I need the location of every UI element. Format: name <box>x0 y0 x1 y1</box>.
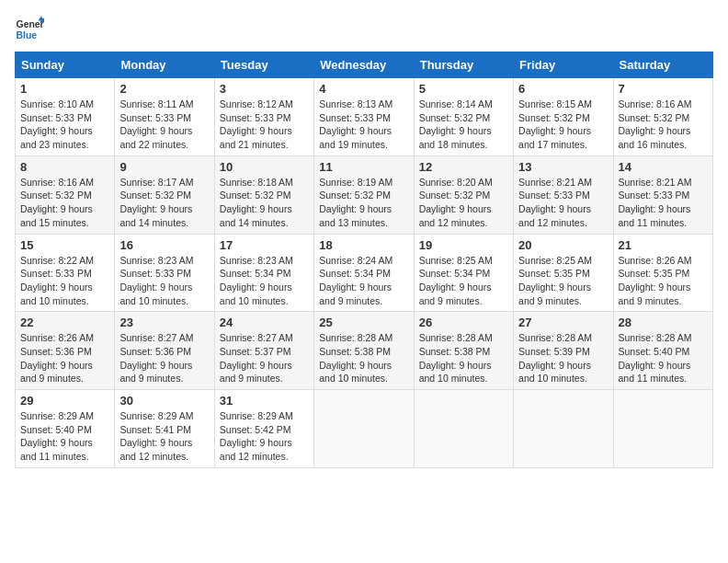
logo-icon: General Blue <box>15 15 44 44</box>
day-number: 2 <box>119 82 209 96</box>
day-info: Sunrise: 8:29 AM Sunset: 5:41 PM Dayligh… <box>119 409 209 464</box>
calendar-cell: 21 Sunrise: 8:26 AM Sunset: 5:35 PM Dayl… <box>613 234 712 312</box>
calendar-cell: 8 Sunrise: 8:16 AM Sunset: 5:32 PM Dayli… <box>16 155 115 234</box>
day-number: 11 <box>319 160 408 174</box>
day-number: 3 <box>220 82 309 96</box>
day-number: 31 <box>220 394 309 408</box>
calendar-cell: 28 Sunrise: 8:28 AM Sunset: 5:40 PM Dayl… <box>613 312 712 390</box>
day-number: 15 <box>20 238 109 252</box>
day-info: Sunrise: 8:12 AM Sunset: 5:33 PM Dayligh… <box>220 98 309 152</box>
day-info: Sunrise: 8:22 AM Sunset: 5:33 PM Dayligh… <box>20 254 109 308</box>
calendar-cell: 11 Sunrise: 8:19 AM Sunset: 5:32 PM Dayl… <box>314 155 414 234</box>
day-info: Sunrise: 8:26 AM Sunset: 5:36 PM Dayligh… <box>20 331 109 385</box>
calendar-cell: 7 Sunrise: 8:16 AM Sunset: 5:32 PM Dayli… <box>613 78 712 156</box>
calendar-cell: 23 Sunrise: 8:27 AM Sunset: 5:36 PM Dayl… <box>115 312 214 390</box>
calendar-cell: 13 Sunrise: 8:21 AM Sunset: 5:33 PM Dayl… <box>514 155 613 234</box>
day-number: 20 <box>518 238 608 252</box>
day-number: 16 <box>119 238 209 252</box>
calendar-cell: 15 Sunrise: 8:22 AM Sunset: 5:33 PM Dayl… <box>16 234 115 312</box>
weekday-header: Monday <box>115 52 214 78</box>
calendar-cell: 9 Sunrise: 8:17 AM Sunset: 5:32 PM Dayli… <box>115 155 214 234</box>
calendar-cell: 19 Sunrise: 8:25 AM Sunset: 5:34 PM Dayl… <box>414 234 513 312</box>
day-info: Sunrise: 8:28 AM Sunset: 5:40 PM Dayligh… <box>619 331 708 385</box>
day-number: 13 <box>518 160 608 174</box>
svg-text:General: General <box>17 19 44 29</box>
day-number: 28 <box>619 316 708 329</box>
day-info: Sunrise: 8:19 AM Sunset: 5:32 PM Dayligh… <box>319 176 408 230</box>
day-info: Sunrise: 8:28 AM Sunset: 5:39 PM Dayligh… <box>518 331 608 385</box>
weekday-header-row: SundayMondayTuesdayWednesdayThursdayFrid… <box>16 52 713 78</box>
day-number: 8 <box>20 160 109 174</box>
calendar-cell: 6 Sunrise: 8:15 AM Sunset: 5:32 PM Dayli… <box>514 78 613 156</box>
calendar-cell: 14 Sunrise: 8:21 AM Sunset: 5:33 PM Dayl… <box>613 155 712 234</box>
day-info: Sunrise: 8:26 AM Sunset: 5:35 PM Dayligh… <box>619 254 708 308</box>
day-info: Sunrise: 8:13 AM Sunset: 5:33 PM Dayligh… <box>319 98 408 152</box>
calendar-week-row: 8 Sunrise: 8:16 AM Sunset: 5:32 PM Dayli… <box>16 155 713 234</box>
weekday-header: Saturday <box>613 52 712 78</box>
day-number: 7 <box>619 82 708 96</box>
calendar-cell: 1 Sunrise: 8:10 AM Sunset: 5:33 PM Dayli… <box>16 78 115 156</box>
day-info: Sunrise: 8:16 AM Sunset: 5:32 PM Dayligh… <box>20 176 109 230</box>
day-number: 21 <box>619 238 708 252</box>
weekday-header: Thursday <box>414 52 513 78</box>
svg-text:Blue: Blue <box>17 30 38 40</box>
calendar-cell: 27 Sunrise: 8:28 AM Sunset: 5:39 PM Dayl… <box>514 312 613 390</box>
day-number: 10 <box>220 160 309 174</box>
day-number: 14 <box>619 160 708 174</box>
day-info: Sunrise: 8:25 AM Sunset: 5:34 PM Dayligh… <box>419 254 508 308</box>
day-info: Sunrise: 8:11 AM Sunset: 5:33 PM Dayligh… <box>119 98 209 152</box>
calendar-cell: 31 Sunrise: 8:29 AM Sunset: 5:42 PM Dayl… <box>214 390 313 468</box>
weekday-header: Sunday <box>16 52 115 78</box>
day-info: Sunrise: 8:27 AM Sunset: 5:37 PM Dayligh… <box>220 331 309 385</box>
day-info: Sunrise: 8:28 AM Sunset: 5:38 PM Dayligh… <box>419 331 508 385</box>
calendar-cell: 16 Sunrise: 8:23 AM Sunset: 5:33 PM Dayl… <box>115 234 214 312</box>
day-number: 17 <box>220 238 309 252</box>
calendar-cell: 17 Sunrise: 8:23 AM Sunset: 5:34 PM Dayl… <box>214 234 313 312</box>
calendar-cell <box>514 390 613 468</box>
day-info: Sunrise: 8:21 AM Sunset: 5:33 PM Dayligh… <box>619 176 708 230</box>
calendar-cell: 25 Sunrise: 8:28 AM Sunset: 5:38 PM Dayl… <box>314 312 414 390</box>
calendar-cell: 22 Sunrise: 8:26 AM Sunset: 5:36 PM Dayl… <box>16 312 115 390</box>
day-info: Sunrise: 8:16 AM Sunset: 5:32 PM Dayligh… <box>619 98 708 152</box>
day-number: 18 <box>319 238 408 252</box>
calendar-cell: 12 Sunrise: 8:20 AM Sunset: 5:32 PM Dayl… <box>414 155 513 234</box>
day-info: Sunrise: 8:21 AM Sunset: 5:33 PM Dayligh… <box>518 176 608 230</box>
weekday-header: Wednesday <box>314 52 414 78</box>
calendar-cell <box>414 390 513 468</box>
calendar-cell: 18 Sunrise: 8:24 AM Sunset: 5:34 PM Dayl… <box>314 234 414 312</box>
calendar-cell: 5 Sunrise: 8:14 AM Sunset: 5:32 PM Dayli… <box>414 78 513 156</box>
day-number: 30 <box>119 394 209 408</box>
day-info: Sunrise: 8:10 AM Sunset: 5:33 PM Dayligh… <box>20 98 109 152</box>
calendar-cell: 26 Sunrise: 8:28 AM Sunset: 5:38 PM Dayl… <box>414 312 513 390</box>
day-info: Sunrise: 8:27 AM Sunset: 5:36 PM Dayligh… <box>119 331 209 385</box>
day-number: 23 <box>119 316 209 329</box>
calendar-cell: 29 Sunrise: 8:29 AM Sunset: 5:40 PM Dayl… <box>16 390 115 468</box>
day-number: 9 <box>119 160 209 174</box>
day-info: Sunrise: 8:20 AM Sunset: 5:32 PM Dayligh… <box>419 176 508 230</box>
day-number: 6 <box>518 82 608 96</box>
day-number: 27 <box>518 316 608 329</box>
day-info: Sunrise: 8:29 AM Sunset: 5:40 PM Dayligh… <box>20 409 109 464</box>
calendar-cell: 4 Sunrise: 8:13 AM Sunset: 5:33 PM Dayli… <box>314 78 414 156</box>
day-number: 29 <box>20 394 109 408</box>
day-number: 12 <box>419 160 508 174</box>
day-info: Sunrise: 8:29 AM Sunset: 5:42 PM Dayligh… <box>220 409 309 464</box>
calendar-cell <box>314 390 414 468</box>
calendar-cell: 24 Sunrise: 8:27 AM Sunset: 5:37 PM Dayl… <box>214 312 313 390</box>
day-number: 22 <box>20 316 109 329</box>
weekday-header: Tuesday <box>214 52 313 78</box>
day-number: 19 <box>419 238 508 252</box>
day-info: Sunrise: 8:18 AM Sunset: 5:32 PM Dayligh… <box>220 176 309 230</box>
calendar-week-row: 1 Sunrise: 8:10 AM Sunset: 5:33 PM Dayli… <box>16 78 713 156</box>
day-info: Sunrise: 8:25 AM Sunset: 5:35 PM Dayligh… <box>518 254 608 308</box>
calendar-cell: 20 Sunrise: 8:25 AM Sunset: 5:35 PM Dayl… <box>514 234 613 312</box>
calendar-week-row: 22 Sunrise: 8:26 AM Sunset: 5:36 PM Dayl… <box>16 312 713 390</box>
calendar-table: SundayMondayTuesdayWednesdayThursdayFrid… <box>15 52 713 468</box>
calendar-cell <box>613 390 712 468</box>
day-info: Sunrise: 8:24 AM Sunset: 5:34 PM Dayligh… <box>319 254 408 308</box>
day-info: Sunrise: 8:14 AM Sunset: 5:32 PM Dayligh… <box>419 98 508 152</box>
day-info: Sunrise: 8:23 AM Sunset: 5:34 PM Dayligh… <box>220 254 309 308</box>
weekday-header: Friday <box>514 52 613 78</box>
day-number: 4 <box>319 82 408 96</box>
page-header: General Blue <box>15 15 713 44</box>
